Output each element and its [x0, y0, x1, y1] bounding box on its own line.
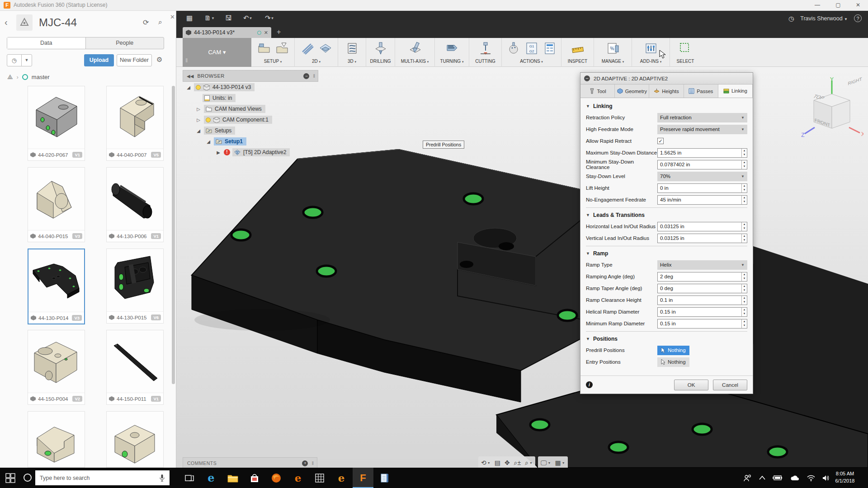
cancel-button[interactable]: Cancel	[713, 380, 747, 390]
spinner-up-icon[interactable]: ▲	[742, 272, 747, 277]
wifi-icon[interactable]	[807, 475, 815, 481]
browser-options-icon[interactable]: –	[303, 73, 309, 79]
app-grid-icon[interactable]: ▦	[186, 14, 193, 22]
horizontal-lead-radius-input[interactable]: 0.03125 in▲▼	[657, 222, 747, 231]
taskbar-app-notes[interactable]	[374, 468, 395, 488]
taskbar-app-fusion360-active[interactable]: F	[353, 468, 373, 488]
ok-button[interactable]: OK	[674, 380, 708, 390]
section-leads[interactable]: ▼Leads & Transitions	[586, 210, 747, 221]
spinner-down-icon[interactable]: ▼	[742, 300, 747, 305]
group-label[interactable]: TURNING	[440, 59, 461, 64]
microphone-icon[interactable]	[159, 474, 165, 482]
orbit-icon[interactable]: ⟲▼	[481, 459, 491, 466]
spinner-down-icon[interactable]: ▼	[742, 312, 747, 316]
undo-icon[interactable]: ↶▼	[243, 14, 253, 22]
file-menu-icon[interactable]: 🗎▼	[204, 14, 215, 22]
volume-icon[interactable]	[822, 475, 830, 481]
refresh-icon[interactable]: ⟳	[143, 18, 149, 27]
tab-geometry[interactable]: Geometry	[615, 84, 649, 98]
min-stay-down-clearance-input[interactable]: 0.0787402 in▲▼	[657, 160, 747, 169]
section-ramp[interactable]: ▼Ramp	[586, 248, 747, 259]
new-setup-icon[interactable]	[257, 42, 271, 55]
ramp-clearance-height-input[interactable]: 0.1 in▲▼	[657, 296, 747, 305]
group-label[interactable]: DRILLING	[370, 59, 391, 64]
task-view-button[interactable]	[179, 468, 200, 488]
zoom-icon[interactable]: ⌕±	[514, 459, 521, 467]
turning-icon[interactable]	[445, 42, 459, 55]
measure-icon[interactable]	[571, 42, 585, 55]
stay-down-level-select[interactable]: 70%▼	[657, 172, 747, 181]
max-stay-down-distance-input[interactable]: 1.5625 in▲▼	[657, 148, 747, 158]
g-code-icon[interactable]: G1G2	[525, 42, 538, 55]
tool-library-icon[interactable]: %	[606, 42, 620, 55]
start-button[interactable]	[5, 473, 15, 483]
tree-row-setup1[interactable]: ◢ Setup1	[183, 136, 318, 147]
people-icon[interactable]	[744, 474, 752, 482]
list-item[interactable]: 44-150-P011V1	[106, 330, 164, 405]
tab-linking[interactable]: Linking	[718, 84, 753, 98]
search-input[interactable]: Type here to search	[35, 470, 170, 485]
tree-row-cam-component[interactable]: ▷ CAM Component:1	[183, 114, 318, 125]
edit-setup-icon[interactable]	[275, 42, 289, 55]
expander-icon[interactable]: ◢	[195, 128, 202, 133]
panel-scrollbar[interactable]	[172, 86, 175, 384]
spinner-up-icon[interactable]: ▲	[742, 296, 747, 300]
list-item[interactable]	[28, 411, 85, 468]
list-item[interactable]: 44-040-P015V3	[28, 167, 85, 242]
browser-header[interactable]: ◀◀ BROWSER – ‖	[183, 70, 318, 82]
gear-icon[interactable]: ⚙	[156, 56, 162, 64]
expander-icon[interactable]: ▶	[215, 150, 222, 155]
list-item[interactable]: 44-150-P004V2	[28, 330, 85, 405]
allow-rapid-retract-checkbox[interactable]: ✓	[657, 138, 664, 144]
expander-icon[interactable]: ▷	[195, 107, 202, 112]
grid-layout-icon[interactable]: ▦▼	[555, 459, 565, 466]
high-feedrate-mode-select[interactable]: Preserve rapid movement▼	[657, 125, 747, 134]
save-icon[interactable]: 🖫	[225, 14, 232, 22]
taskbar-app-store[interactable]	[244, 468, 265, 488]
no-engagement-feedrate-input[interactable]: 45 in/min▲▼	[657, 195, 747, 205]
2d-pocket-icon[interactable]	[319, 42, 332, 55]
2d-adaptive-icon[interactable]	[301, 42, 314, 55]
tab-people[interactable]: People	[86, 38, 164, 49]
multi-axis-icon[interactable]	[408, 42, 422, 55]
expander-icon[interactable]: ◢	[185, 85, 192, 90]
spinner-down-icon[interactable]: ▼	[742, 277, 747, 281]
setup-sheet-icon[interactable]	[543, 42, 557, 55]
breadcrumb-current[interactable]: master	[32, 74, 50, 80]
taskbar-app-orange-e[interactable]: e	[288, 468, 308, 488]
vertical-lead-radius-input[interactable]: 0.03125 in▲▼	[657, 234, 747, 243]
search-icon[interactable]: ⌕	[158, 18, 162, 26]
tab-passes[interactable]: Passes	[684, 84, 718, 98]
spinner-up-icon[interactable]: ▲	[742, 222, 747, 227]
list-item[interactable]: 44-040-P007V5	[106, 86, 164, 161]
ramp-taper-angle-input[interactable]: 0 deg▲▼	[657, 284, 747, 293]
taskbar-clock[interactable]: 8:05 AM 6/1/2018	[831, 470, 859, 484]
cutting-icon[interactable]	[479, 42, 492, 55]
panel-close-icon[interactable]: ✕	[170, 14, 175, 20]
tab-tool[interactable]: Tool	[580, 84, 615, 98]
list-item[interactable]: 44-020-P067V1	[28, 86, 85, 161]
info-icon[interactable]: i	[586, 381, 593, 388]
list-item[interactable]: 44-130-P006V1	[106, 167, 164, 242]
lift-height-input[interactable]: 0 in▲▼	[657, 183, 747, 193]
zoom-window-icon[interactable]: ⌕▼	[525, 459, 533, 467]
clock-icon[interactable]: ◷	[788, 15, 794, 22]
group-label[interactable]: SETUP	[264, 59, 279, 64]
project-root-icon[interactable]: ⟁	[7, 73, 13, 81]
dialog-minimize-icon[interactable]: –	[584, 75, 590, 81]
taskbar-app-grid[interactable]	[309, 468, 330, 488]
tray-expand-icon[interactable]	[759, 476, 765, 480]
spinner-down-icon[interactable]: ▼	[742, 164, 747, 169]
group-label[interactable]: SELECT	[677, 59, 694, 64]
ramp-type-select[interactable]: Helix▼	[657, 260, 747, 270]
visibility-bulb-icon[interactable]	[206, 117, 211, 122]
tree-row-setups[interactable]: ◢ Setups	[183, 125, 318, 136]
cortana-icon[interactable]	[24, 474, 32, 482]
battery-icon[interactable]	[773, 475, 783, 481]
select-icon[interactable]	[679, 42, 692, 55]
user-menu[interactable]: Travis Sherwood ▼	[800, 15, 848, 22]
taskbar-app-edge[interactable]: e	[201, 468, 222, 488]
spinner-up-icon[interactable]: ▲	[742, 284, 747, 289]
3d-pocket-icon[interactable]	[345, 42, 359, 55]
spinner-down-icon[interactable]: ▼	[742, 200, 747, 204]
